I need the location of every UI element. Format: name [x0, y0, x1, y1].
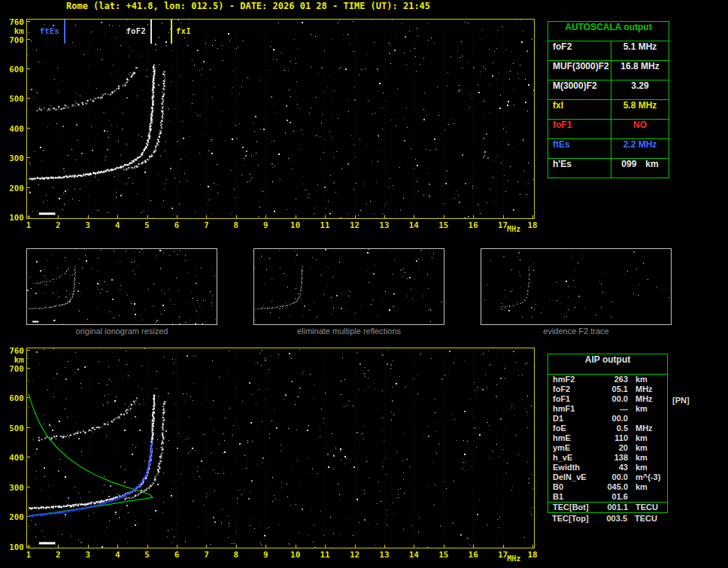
x-tick-12: 12	[347, 220, 363, 230]
main-ionogram-plot: ftEsfoF2fxI	[26, 19, 535, 219]
x-tick-13: 13	[376, 220, 393, 230]
x-tick-14: 14	[405, 220, 422, 230]
aip-field-name: foF2	[553, 384, 598, 394]
x-tick-3: 3	[80, 550, 96, 560]
thumbnail-eliminate-canvas	[254, 249, 444, 324]
autoscala-row-M(3000)F2: M(3000)F23.29	[548, 80, 669, 100]
fxI-marker-label: fxI	[176, 26, 191, 36]
aip-row-hmE: hmE110km	[548, 433, 667, 443]
aip-field-value: 045.0	[598, 482, 628, 492]
aip-field-unit: km	[635, 463, 648, 472]
autoscala-param-value: 099 km	[611, 159, 669, 178]
autoscala-param-value: 5.8 MHz	[611, 100, 669, 119]
aip-row-foF2: foF205.1MHz	[548, 384, 667, 394]
aip-field-unit: km	[635, 375, 648, 384]
y-tick-200: 200	[2, 184, 24, 193]
aip-row-B1: B101.6	[548, 492, 667, 502]
x-tick-6: 6	[168, 220, 185, 230]
autoscala-row-foF2: foF25.1 MHz	[548, 41, 669, 61]
autoscala-table-header: AUTOSCALA output	[548, 22, 669, 41]
thumbnail-caption-eliminate: eliminate multiple reflections	[253, 327, 444, 336]
autoscala-param-value: 3.29	[611, 80, 669, 99]
pn-note: [PN]	[672, 396, 690, 405]
x-tick-16: 16	[465, 220, 481, 230]
x-tick-13: 13	[376, 550, 393, 560]
aip-field-value: 0.5	[598, 424, 628, 433]
x-tick-10: 10	[287, 550, 304, 560]
autoscala-param-name: h'Es	[548, 159, 611, 178]
thumbnail-eliminate-reflections	[253, 248, 444, 325]
autoscala-row-MUF(3000)F2: MUF(3000)F216.8 MHz	[548, 61, 669, 80]
x-tick-7: 7	[198, 550, 214, 560]
aip-field-name: B1	[553, 492, 598, 502]
thumbnail-original-canvas	[27, 249, 217, 324]
aip-row-hmF2: hmF2263km	[548, 375, 667, 384]
x-tick-2: 2	[50, 220, 66, 230]
autoscala-param-value: 16.8 MHz	[611, 61, 669, 80]
aip-ionogram-plot	[26, 348, 535, 548]
thumbnail-original-ionogram	[26, 248, 217, 325]
aip-field-name: foF1	[553, 394, 598, 404]
y-tick-600: 600	[2, 393, 24, 403]
x-tick-2: 2	[50, 550, 66, 560]
aip-field-name: ymE	[553, 443, 598, 453]
foF2-marker-line	[150, 20, 152, 44]
aip-row-DelN_vE: DelN_vE00.0m^(-3)	[548, 472, 667, 482]
x-tick-5: 5	[139, 550, 156, 560]
autoscala-param-name: MUF(3000)F2	[548, 61, 611, 80]
autoscala-param-name: foF1	[548, 120, 611, 138]
aip-field-value: 003.5	[597, 514, 627, 524]
autoscala-app: Rome (lat: +41.8, lon: 012.5) - DATE: 20…	[0, 0, 728, 568]
aip-field-name: TEC[Bot]	[553, 503, 598, 512]
aip-field-value: 00.0	[598, 394, 628, 404]
x-tick-1: 1	[20, 220, 37, 230]
aip-field-unit: km	[635, 443, 648, 453]
aip-field-unit: TECU	[635, 514, 657, 524]
aip-field-name: foE	[553, 424, 598, 433]
autoscala-param-name: fxI	[548, 100, 611, 119]
y-tick-200: 200	[2, 512, 24, 522]
aip-row-foF1: foF100.0MHz	[548, 394, 667, 404]
thumbnail-evidence-canvas	[481, 249, 671, 324]
x-axis-unit: MHz	[505, 225, 522, 233]
aip-field-unit: km	[635, 404, 648, 414]
x-tick-3: 3	[80, 220, 96, 230]
autoscala-param-name: foF2	[548, 41, 611, 60]
x-tick-11: 11	[317, 550, 333, 560]
x-tick-10: 10	[287, 220, 304, 230]
x-tick-16: 16	[465, 550, 481, 560]
y-tick-300: 300	[2, 153, 24, 163]
autoscala-row-h'Es: h'Es099 km	[548, 159, 669, 178]
aip-output-table: AIP output hmF2263kmfoF205.1MHzfoF100.0M…	[548, 354, 668, 524]
x-tick-18: 18	[524, 220, 541, 230]
aip-field-unit: km	[635, 433, 648, 443]
thumbnail-caption-evidence: evidence F2 trace	[481, 327, 672, 336]
aip-field-value: 20	[598, 443, 628, 453]
y-tick-700: 700	[2, 364, 24, 374]
autoscala-row-foF1: foF1NO	[548, 120, 669, 139]
aip-field-name: B0	[553, 482, 598, 492]
x-tick-8: 8	[228, 220, 244, 230]
aip-tec-top-row: TEC[Top] 003.5 TECU	[548, 514, 668, 524]
x-tick-4: 4	[109, 220, 126, 230]
aip-field-unit: TECU	[635, 503, 658, 512]
aip-field-name: Ewidth	[553, 463, 598, 472]
page-title: Rome (lat: +41.8, lon: 012.5) - DATE: 20…	[66, 1, 430, 11]
aip-field-name: hmF1	[553, 404, 598, 414]
autoscala-param-name: ftEs	[548, 139, 611, 158]
y-tick-400: 400	[2, 453, 24, 463]
aip-row-D1: D100.0	[548, 414, 667, 424]
aip-row-Ewidth: Ewidth43km	[548, 463, 667, 472]
aip-table-box: AIP output hmF2263kmfoF205.1MHzfoF100.0M…	[548, 354, 668, 513]
y-tick-500: 500	[2, 94, 24, 104]
x-tick-6: 6	[168, 550, 185, 560]
x-tick-15: 15	[435, 220, 452, 230]
autoscala-row-ftEs: ftEs2.2 MHz	[548, 139, 669, 159]
aip-field-value: 138	[598, 453, 628, 463]
aip-field-name: hmE	[553, 433, 598, 443]
y-tick-700: 700	[2, 35, 24, 45]
x-tick-5: 5	[139, 220, 156, 230]
aip-field-unit: m^(-3)	[635, 472, 660, 482]
x-tick-12: 12	[347, 550, 363, 560]
x-tick-14: 14	[405, 550, 422, 560]
